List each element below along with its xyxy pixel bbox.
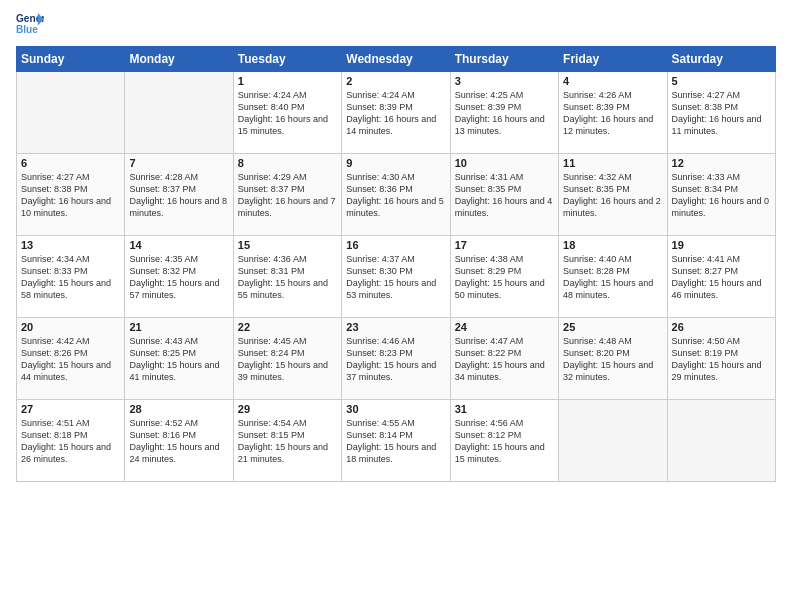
week-row-1: 1Sunrise: 4:24 AMSunset: 8:40 PMDaylight… <box>17 72 776 154</box>
page: General Blue SundayMondayTuesdayWednesda… <box>0 0 792 492</box>
cell-info: Sunrise: 4:32 AMSunset: 8:35 PMDaylight:… <box>563 171 662 220</box>
calendar-cell: 5Sunrise: 4:27 AMSunset: 8:38 PMDaylight… <box>667 72 775 154</box>
day-number: 24 <box>455 321 554 333</box>
calendar-cell: 6Sunrise: 4:27 AMSunset: 8:38 PMDaylight… <box>17 154 125 236</box>
cell-info: Sunrise: 4:54 AMSunset: 8:15 PMDaylight:… <box>238 417 337 466</box>
day-number: 28 <box>129 403 228 415</box>
calendar-cell: 19Sunrise: 4:41 AMSunset: 8:27 PMDayligh… <box>667 236 775 318</box>
week-row-5: 27Sunrise: 4:51 AMSunset: 8:18 PMDayligh… <box>17 400 776 482</box>
day-number: 14 <box>129 239 228 251</box>
col-header-saturday: Saturday <box>667 47 775 72</box>
week-row-4: 20Sunrise: 4:42 AMSunset: 8:26 PMDayligh… <box>17 318 776 400</box>
col-header-tuesday: Tuesday <box>233 47 341 72</box>
cell-info: Sunrise: 4:34 AMSunset: 8:33 PMDaylight:… <box>21 253 120 302</box>
day-number: 19 <box>672 239 771 251</box>
day-number: 8 <box>238 157 337 169</box>
cell-info: Sunrise: 4:27 AMSunset: 8:38 PMDaylight:… <box>21 171 120 220</box>
day-number: 12 <box>672 157 771 169</box>
cell-info: Sunrise: 4:51 AMSunset: 8:18 PMDaylight:… <box>21 417 120 466</box>
calendar-cell: 8Sunrise: 4:29 AMSunset: 8:37 PMDaylight… <box>233 154 341 236</box>
cell-info: Sunrise: 4:42 AMSunset: 8:26 PMDaylight:… <box>21 335 120 384</box>
day-number: 20 <box>21 321 120 333</box>
cell-info: Sunrise: 4:35 AMSunset: 8:32 PMDaylight:… <box>129 253 228 302</box>
calendar-table: SundayMondayTuesdayWednesdayThursdayFrid… <box>16 46 776 482</box>
cell-info: Sunrise: 4:52 AMSunset: 8:16 PMDaylight:… <box>129 417 228 466</box>
day-number: 4 <box>563 75 662 87</box>
day-number: 31 <box>455 403 554 415</box>
calendar-cell: 21Sunrise: 4:43 AMSunset: 8:25 PMDayligh… <box>125 318 233 400</box>
day-number: 1 <box>238 75 337 87</box>
calendar-cell: 3Sunrise: 4:25 AMSunset: 8:39 PMDaylight… <box>450 72 558 154</box>
cell-info: Sunrise: 4:47 AMSunset: 8:22 PMDaylight:… <box>455 335 554 384</box>
calendar-cell: 1Sunrise: 4:24 AMSunset: 8:40 PMDaylight… <box>233 72 341 154</box>
cell-info: Sunrise: 4:56 AMSunset: 8:12 PMDaylight:… <box>455 417 554 466</box>
cell-info: Sunrise: 4:45 AMSunset: 8:24 PMDaylight:… <box>238 335 337 384</box>
calendar-cell: 13Sunrise: 4:34 AMSunset: 8:33 PMDayligh… <box>17 236 125 318</box>
calendar-cell <box>667 400 775 482</box>
cell-info: Sunrise: 4:27 AMSunset: 8:38 PMDaylight:… <box>672 89 771 138</box>
calendar-cell <box>559 400 667 482</box>
day-number: 6 <box>21 157 120 169</box>
calendar-cell: 7Sunrise: 4:28 AMSunset: 8:37 PMDaylight… <box>125 154 233 236</box>
calendar-cell: 20Sunrise: 4:42 AMSunset: 8:26 PMDayligh… <box>17 318 125 400</box>
cell-info: Sunrise: 4:33 AMSunset: 8:34 PMDaylight:… <box>672 171 771 220</box>
col-header-sunday: Sunday <box>17 47 125 72</box>
day-number: 5 <box>672 75 771 87</box>
cell-info: Sunrise: 4:36 AMSunset: 8:31 PMDaylight:… <box>238 253 337 302</box>
svg-text:Blue: Blue <box>16 24 38 35</box>
cell-info: Sunrise: 4:26 AMSunset: 8:39 PMDaylight:… <box>563 89 662 138</box>
col-header-thursday: Thursday <box>450 47 558 72</box>
cell-info: Sunrise: 4:43 AMSunset: 8:25 PMDaylight:… <box>129 335 228 384</box>
calendar-cell: 17Sunrise: 4:38 AMSunset: 8:29 PMDayligh… <box>450 236 558 318</box>
cell-info: Sunrise: 4:37 AMSunset: 8:30 PMDaylight:… <box>346 253 445 302</box>
cell-info: Sunrise: 4:50 AMSunset: 8:19 PMDaylight:… <box>672 335 771 384</box>
calendar-cell: 10Sunrise: 4:31 AMSunset: 8:35 PMDayligh… <box>450 154 558 236</box>
cell-info: Sunrise: 4:24 AMSunset: 8:40 PMDaylight:… <box>238 89 337 138</box>
calendar-cell: 18Sunrise: 4:40 AMSunset: 8:28 PMDayligh… <box>559 236 667 318</box>
day-number: 2 <box>346 75 445 87</box>
day-number: 16 <box>346 239 445 251</box>
calendar-cell: 16Sunrise: 4:37 AMSunset: 8:30 PMDayligh… <box>342 236 450 318</box>
calendar-cell: 2Sunrise: 4:24 AMSunset: 8:39 PMDaylight… <box>342 72 450 154</box>
day-number: 25 <box>563 321 662 333</box>
calendar-cell: 24Sunrise: 4:47 AMSunset: 8:22 PMDayligh… <box>450 318 558 400</box>
day-number: 27 <box>21 403 120 415</box>
day-number: 30 <box>346 403 445 415</box>
day-number: 29 <box>238 403 337 415</box>
calendar-cell: 25Sunrise: 4:48 AMSunset: 8:20 PMDayligh… <box>559 318 667 400</box>
cell-info: Sunrise: 4:40 AMSunset: 8:28 PMDaylight:… <box>563 253 662 302</box>
calendar-cell: 26Sunrise: 4:50 AMSunset: 8:19 PMDayligh… <box>667 318 775 400</box>
day-number: 17 <box>455 239 554 251</box>
calendar-cell <box>125 72 233 154</box>
week-row-2: 6Sunrise: 4:27 AMSunset: 8:38 PMDaylight… <box>17 154 776 236</box>
calendar-cell: 4Sunrise: 4:26 AMSunset: 8:39 PMDaylight… <box>559 72 667 154</box>
day-number: 7 <box>129 157 228 169</box>
calendar-cell: 27Sunrise: 4:51 AMSunset: 8:18 PMDayligh… <box>17 400 125 482</box>
calendar-cell <box>17 72 125 154</box>
calendar-cell: 12Sunrise: 4:33 AMSunset: 8:34 PMDayligh… <box>667 154 775 236</box>
day-number: 10 <box>455 157 554 169</box>
calendar-cell: 29Sunrise: 4:54 AMSunset: 8:15 PMDayligh… <box>233 400 341 482</box>
day-number: 3 <box>455 75 554 87</box>
day-number: 21 <box>129 321 228 333</box>
day-number: 18 <box>563 239 662 251</box>
cell-info: Sunrise: 4:55 AMSunset: 8:14 PMDaylight:… <box>346 417 445 466</box>
cell-info: Sunrise: 4:24 AMSunset: 8:39 PMDaylight:… <box>346 89 445 138</box>
day-number: 22 <box>238 321 337 333</box>
cell-info: Sunrise: 4:29 AMSunset: 8:37 PMDaylight:… <box>238 171 337 220</box>
day-number: 15 <box>238 239 337 251</box>
cell-info: Sunrise: 4:41 AMSunset: 8:27 PMDaylight:… <box>672 253 771 302</box>
calendar-cell: 23Sunrise: 4:46 AMSunset: 8:23 PMDayligh… <box>342 318 450 400</box>
week-row-3: 13Sunrise: 4:34 AMSunset: 8:33 PMDayligh… <box>17 236 776 318</box>
calendar-cell: 22Sunrise: 4:45 AMSunset: 8:24 PMDayligh… <box>233 318 341 400</box>
calendar-cell: 11Sunrise: 4:32 AMSunset: 8:35 PMDayligh… <box>559 154 667 236</box>
cell-info: Sunrise: 4:28 AMSunset: 8:37 PMDaylight:… <box>129 171 228 220</box>
header: General Blue <box>16 10 776 38</box>
cell-info: Sunrise: 4:46 AMSunset: 8:23 PMDaylight:… <box>346 335 445 384</box>
col-header-monday: Monday <box>125 47 233 72</box>
header-row: SundayMondayTuesdayWednesdayThursdayFrid… <box>17 47 776 72</box>
calendar-cell: 9Sunrise: 4:30 AMSunset: 8:36 PMDaylight… <box>342 154 450 236</box>
day-number: 13 <box>21 239 120 251</box>
col-header-friday: Friday <box>559 47 667 72</box>
calendar-cell: 31Sunrise: 4:56 AMSunset: 8:12 PMDayligh… <box>450 400 558 482</box>
